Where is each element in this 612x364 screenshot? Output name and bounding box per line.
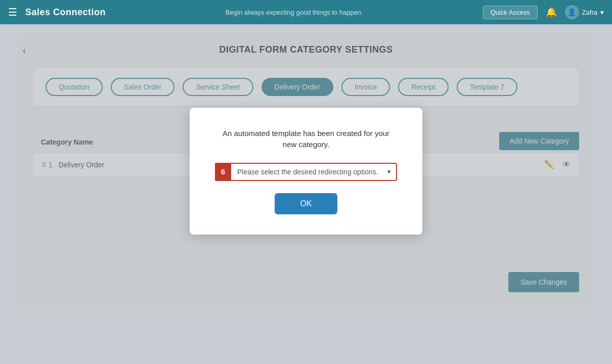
top-navigation: ☰ Sales Connection Begin always expectin…: [0, 0, 612, 24]
user-avatar-icon: 👤: [565, 5, 579, 19]
step-badge: 6: [215, 163, 231, 181]
select-chevron-icon: ▾: [387, 168, 396, 175]
app-brand: Sales Connection: [25, 7, 106, 18]
user-name-label: Zafra: [582, 9, 597, 16]
select-row: 6 Please select the desired redirecting …: [215, 163, 397, 181]
menu-icon[interactable]: ☰: [8, 6, 17, 18]
app-tagline: Begin always expecting good things to ha…: [114, 9, 475, 16]
select-wrapper: Please select the desired redirecting op…: [231, 163, 397, 181]
bell-icon[interactable]: 🔔: [546, 7, 557, 18]
modal-message: An automated template has been created f…: [215, 128, 397, 151]
modal-ok-button[interactable]: OK: [275, 193, 337, 214]
redirect-select[interactable]: Please select the desired redirecting op…: [231, 164, 387, 180]
main-area: ‹ DIGITAL FORM CATEGORY SETTINGS Quotati…: [0, 24, 612, 364]
modal-box: An automated template has been created f…: [190, 108, 422, 235]
page-card: ‹ DIGITAL FORM CATEGORY SETTINGS Quotati…: [18, 34, 594, 307]
topnav-right: Quick Access 🔔 👤 Zafra ▾: [483, 5, 604, 19]
user-menu[interactable]: 👤 Zafra ▾: [565, 5, 604, 19]
quick-access-button[interactable]: Quick Access: [483, 6, 538, 19]
user-chevron-icon: ▾: [600, 9, 604, 16]
modal-overlay: An automated template has been created f…: [18, 34, 594, 307]
